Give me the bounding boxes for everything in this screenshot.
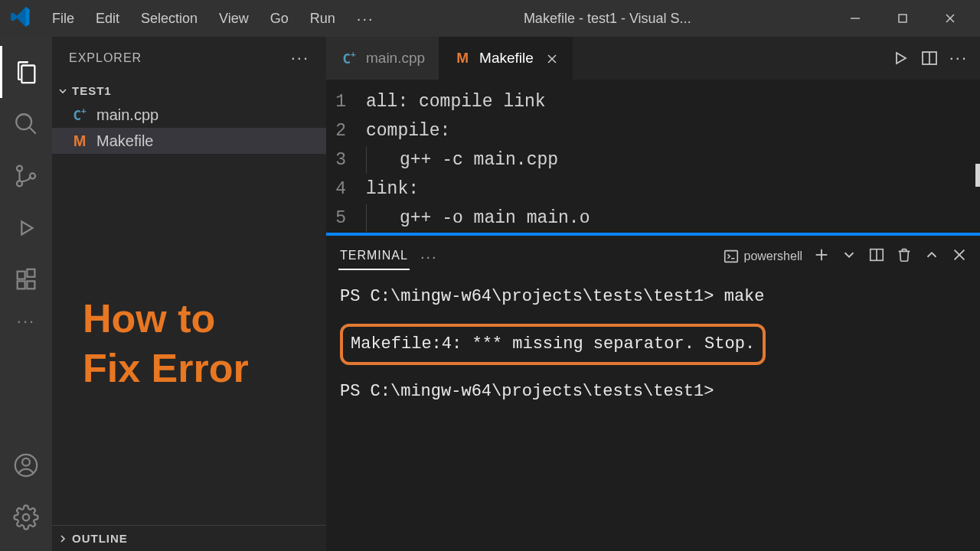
terminal-header: TERMINAL ··· powershell — [326, 236, 980, 276]
menu-file[interactable]: File — [43, 8, 83, 30]
maximize-panel-icon[interactable] — [923, 246, 940, 266]
line-number: 5 — [326, 204, 366, 233]
code-line: 1all: compile link — [326, 87, 980, 116]
split-terminal-icon[interactable] — [868, 246, 885, 266]
explorer-header: EXPLORER ··· — [52, 37, 326, 80]
menu-go[interactable]: Go — [261, 8, 298, 30]
code-text: g++ -o main main.o — [366, 204, 590, 233]
overview-marker — [975, 164, 980, 187]
svg-rect-1 — [899, 15, 906, 22]
activity-account[interactable] — [0, 439, 52, 491]
svg-rect-13 — [27, 281, 34, 289]
chevron-right-icon — [57, 533, 69, 545]
makefile-icon: M — [70, 132, 89, 150]
svg-rect-23 — [724, 251, 737, 262]
run-icon[interactable] — [891, 49, 910, 67]
terminal-dropdown-icon[interactable] — [841, 246, 858, 266]
code-line: 4link: — [326, 174, 980, 204]
error-message: Makefile:4: *** missing separator. Stop. — [340, 324, 766, 365]
terminal-panel: TERMINAL ··· powershell PS C:\mingw-w64 — [326, 236, 980, 551]
folder-name: TEST1 — [72, 84, 112, 97]
code-line: 2compile: — [326, 116, 980, 145]
svg-point-17 — [23, 514, 30, 521]
line-number: 2 — [326, 116, 366, 145]
activity-settings[interactable] — [0, 491, 52, 543]
window-title: Makefile - test1 - Visual S... — [387, 11, 828, 27]
cpp-file-icon: C — [340, 49, 358, 67]
file-label: main.cpp — [96, 106, 158, 124]
tab-makefile[interactable]: M Makefile — [439, 37, 573, 80]
minimize-button[interactable] — [831, 0, 879, 37]
activity-bar: ··· — [0, 37, 52, 551]
activity-search[interactable] — [0, 98, 52, 150]
close-tab-icon[interactable] — [546, 52, 558, 64]
svg-line-5 — [29, 127, 36, 134]
activity-bottom — [0, 439, 52, 543]
close-panel-icon[interactable] — [951, 246, 968, 266]
editor-actions: ··· — [891, 37, 980, 80]
activity-more[interactable]: ··· — [0, 306, 52, 337]
line-number: 3 — [326, 145, 366, 174]
title-bar: File Edit Selection View Go Run ··· Make… — [0, 0, 980, 37]
menu-selection[interactable]: Selection — [132, 8, 207, 30]
window-controls — [831, 0, 974, 37]
outline-label: OUTLINE — [72, 532, 128, 545]
terminal-tab[interactable]: TERMINAL — [338, 243, 410, 270]
close-button[interactable] — [926, 0, 974, 37]
tab-label: main.cpp — [366, 50, 425, 67]
main-area: ··· EXPLORER ··· TEST1 C main.cpp — [0, 37, 980, 551]
file-item-makefile[interactable]: M Makefile — [52, 128, 326, 154]
explorer-actions[interactable]: ··· — [291, 48, 309, 68]
activity-source-control[interactable] — [0, 150, 52, 202]
explorer-title: EXPLORER — [69, 51, 142, 65]
editor-body[interactable]: 1all: compile link2compile:3g++ -c main.… — [326, 80, 980, 233]
trash-icon[interactable] — [896, 246, 913, 266]
file-tree: C main.cpp M Makefile — [52, 102, 326, 154]
terminal-error-highlight: Makefile:4: *** missing separator. Stop. — [340, 319, 966, 370]
code-text: g++ -c main.cpp — [366, 145, 558, 174]
tab-label: Makefile — [479, 50, 534, 67]
menu-edit[interactable]: Edit — [87, 8, 129, 30]
line-number: 1 — [326, 87, 366, 116]
split-editor-icon[interactable] — [920, 49, 939, 67]
terminal-line: PS C:\mingw-w64\projects\tests\test1> ma… — [340, 281, 966, 313]
svg-rect-14 — [27, 269, 34, 277]
svg-rect-12 — [18, 281, 25, 289]
code-line: 3g++ -c main.cpp — [326, 145, 980, 174]
terminal-body[interactable]: PS C:\mingw-w64\projects\tests\test1> ma… — [326, 276, 980, 551]
svg-point-16 — [22, 458, 30, 466]
activity-explorer[interactable] — [0, 46, 52, 98]
tab-main-cpp[interactable]: C main.cpp — [326, 37, 439, 80]
chevron-down-icon — [57, 85, 69, 97]
code-text: link: — [366, 174, 419, 204]
menu-more[interactable]: ··· — [348, 7, 384, 31]
activity-extensions[interactable] — [0, 254, 52, 306]
explorer-sidebar: EXPLORER ··· TEST1 C main.cpp M Makefile… — [52, 37, 326, 551]
activity-debug[interactable] — [0, 202, 52, 254]
maximize-button[interactable] — [879, 0, 926, 37]
editor-pane: C main.cpp M Makefile ··· 1all: compile … — [326, 37, 980, 551]
shell-name: powershell — [744, 249, 802, 263]
terminal-line: PS C:\mingw-w64\projects\tests\test1> — [340, 376, 966, 408]
menu-view[interactable]: View — [210, 8, 258, 30]
code-text: compile: — [366, 116, 450, 145]
outline-section[interactable]: OUTLINE — [52, 525, 326, 551]
svg-point-4 — [16, 114, 31, 129]
makefile-icon: M — [453, 49, 472, 67]
folder-section[interactable]: TEST1 — [52, 80, 326, 102]
terminal-shell-select[interactable]: powershell — [723, 248, 802, 265]
new-terminal-icon[interactable] — [813, 246, 830, 266]
terminal-icon — [723, 248, 740, 265]
file-item-main-cpp[interactable]: C main.cpp — [52, 102, 326, 128]
code-line: 5g++ -o main main.o — [326, 204, 980, 233]
terminal-tabs-more[interactable]: ··· — [420, 248, 438, 266]
tab-bar: C main.cpp M Makefile ··· — [326, 37, 980, 80]
vscode-logo-icon — [6, 7, 40, 31]
menu-run[interactable]: Run — [301, 8, 345, 30]
file-label: Makefile — [96, 132, 153, 150]
terminal-toolbar: powershell — [723, 246, 968, 266]
code-text: all: compile link — [366, 87, 546, 116]
editor-more-icon[interactable]: ··· — [949, 48, 968, 68]
svg-point-7 — [17, 181, 22, 186]
svg-point-6 — [17, 166, 22, 171]
